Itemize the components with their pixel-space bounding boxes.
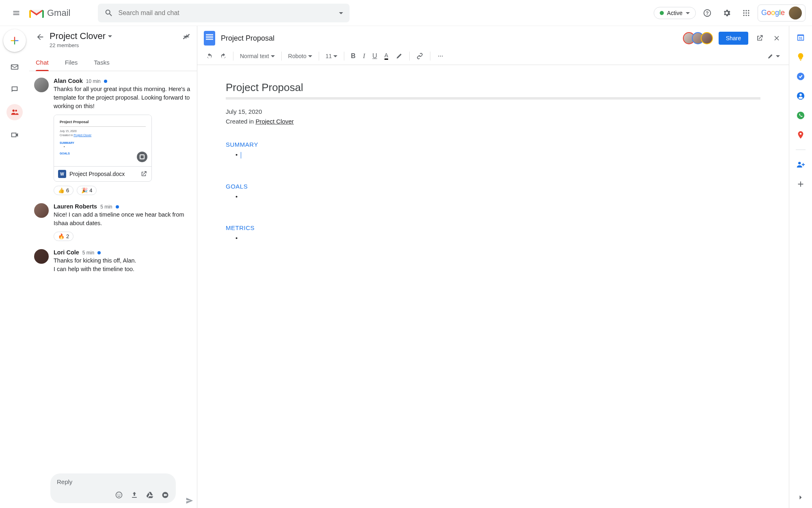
settings-button[interactable] bbox=[719, 5, 735, 21]
close-doc-button[interactable] bbox=[771, 33, 782, 44]
tab-tasks[interactable]: Tasks bbox=[94, 56, 109, 71]
collaborator-avatars[interactable] bbox=[683, 32, 713, 44]
open-in-new-button[interactable] bbox=[754, 33, 765, 44]
nav-chat[interactable] bbox=[6, 81, 23, 98]
voice-icon bbox=[796, 111, 805, 120]
back-button[interactable] bbox=[36, 31, 45, 41]
side-app-maps[interactable] bbox=[796, 130, 806, 140]
room-title-dropdown[interactable]: Project Clover bbox=[50, 31, 177, 41]
reply-box[interactable]: Reply bbox=[50, 473, 176, 503]
doc-title[interactable]: Project Proposal bbox=[221, 34, 677, 43]
search-bar[interactable] bbox=[98, 4, 350, 22]
side-app-contacts[interactable] bbox=[796, 91, 806, 101]
send-button[interactable] bbox=[182, 493, 197, 508]
underline-button[interactable]: U bbox=[370, 51, 380, 61]
doc-room-link[interactable]: Project Clover bbox=[255, 118, 294, 125]
support-button[interactable]: ? bbox=[699, 5, 715, 21]
chat-messages: Alan Cook 10 min Thanks for all your gre… bbox=[29, 71, 197, 473]
chevron-down-icon bbox=[333, 55, 337, 59]
google-docs-icon bbox=[204, 31, 215, 46]
doc-divider bbox=[226, 97, 760, 100]
mail-icon bbox=[10, 62, 19, 71]
status-label: Active bbox=[667, 10, 682, 16]
compose-button[interactable] bbox=[3, 29, 26, 52]
attachment-preview: Project Proposal July 15, 2020 Created i… bbox=[54, 115, 151, 166]
redo-button[interactable] bbox=[218, 51, 229, 61]
svg-point-31 bbox=[799, 94, 802, 96]
font-selector[interactable]: Roboto bbox=[286, 51, 315, 61]
message-avatar[interactable] bbox=[34, 249, 49, 264]
meet-icon[interactable] bbox=[161, 491, 169, 499]
account-box[interactable]: Google bbox=[758, 4, 806, 22]
person-add-icon bbox=[796, 160, 805, 169]
contacts-icon bbox=[796, 91, 805, 100]
attachment-card[interactable]: Project Proposal July 15, 2020 Created i… bbox=[54, 115, 152, 182]
italic-button[interactable]: I bbox=[361, 51, 367, 61]
unread-dot-icon bbox=[104, 80, 107, 83]
chat-header: Project Clover 22 members bbox=[29, 26, 197, 48]
message-author: Lori Cole bbox=[54, 249, 79, 256]
side-app-keep[interactable] bbox=[796, 52, 806, 62]
tab-chat[interactable]: Chat bbox=[36, 56, 49, 71]
font-size-selector[interactable]: 11 bbox=[323, 51, 340, 61]
undo-button[interactable] bbox=[204, 51, 215, 61]
link-icon bbox=[416, 52, 423, 60]
text-color-icon: A bbox=[384, 52, 388, 60]
more-horizontal-icon bbox=[437, 52, 444, 60]
open-external-icon[interactable] bbox=[140, 170, 147, 178]
paragraph-style-selector[interactable]: Normal text bbox=[238, 51, 277, 61]
search-input[interactable] bbox=[118, 9, 334, 17]
reaction[interactable]: 🎉 4 bbox=[77, 186, 97, 195]
reply-input[interactable]: Reply bbox=[57, 478, 169, 485]
arrow-left-icon bbox=[36, 33, 45, 41]
side-app-calendar[interactable]: 31 bbox=[796, 33, 806, 42]
doc-content[interactable]: Project Proposal July 15, 2020 Created i… bbox=[197, 65, 789, 508]
collapse-button[interactable] bbox=[182, 31, 190, 41]
profile-avatar[interactable] bbox=[789, 7, 802, 20]
gear-icon bbox=[722, 9, 731, 17]
message-avatar[interactable] bbox=[34, 203, 49, 218]
doc-bullet: • bbox=[235, 234, 760, 241]
reaction-count: 6 bbox=[66, 187, 69, 193]
more-toolbar-button[interactable] bbox=[434, 51, 447, 61]
side-app-add-people[interactable] bbox=[796, 160, 806, 169]
side-app-tasks[interactable] bbox=[796, 72, 806, 81]
app-name: Gmail bbox=[47, 8, 70, 18]
emoji-icon[interactable] bbox=[115, 491, 123, 499]
chevron-down-icon bbox=[686, 12, 690, 16]
text-cursor-icon bbox=[241, 152, 241, 158]
drive-icon[interactable] bbox=[146, 491, 154, 499]
editing-mode-button[interactable] bbox=[764, 51, 782, 61]
doc-toolbar: Normal text Roboto 11 B I U A bbox=[197, 49, 789, 65]
svg-rect-16 bbox=[14, 40, 15, 41]
reaction[interactable]: 👍 6 bbox=[54, 186, 73, 195]
nav-mail[interactable] bbox=[6, 59, 23, 75]
share-button[interactable]: Share bbox=[719, 32, 748, 45]
side-app-add-button[interactable] bbox=[796, 179, 806, 189]
room-title: Project Clover bbox=[50, 31, 106, 41]
search-options-caret-icon[interactable] bbox=[339, 12, 343, 16]
bold-icon: B bbox=[351, 52, 356, 60]
text-color-button[interactable]: A bbox=[382, 50, 391, 61]
upload-icon[interactable] bbox=[130, 491, 138, 499]
bold-button[interactable]: B bbox=[348, 51, 358, 61]
unread-dot-icon bbox=[97, 251, 101, 254]
main-menu-button[interactable] bbox=[6, 3, 26, 23]
nav-meet[interactable] bbox=[6, 127, 23, 143]
message-avatar[interactable] bbox=[34, 78, 49, 92]
collaborator-avatar[interactable] bbox=[701, 32, 713, 44]
people-icon bbox=[10, 108, 19, 117]
apps-button[interactable] bbox=[738, 5, 754, 21]
nav-rooms[interactable] bbox=[6, 104, 23, 120]
italic-icon: I bbox=[363, 52, 365, 60]
tab-files[interactable]: Files bbox=[65, 56, 78, 71]
highlight-button[interactable] bbox=[393, 51, 405, 61]
side-app-voice[interactable] bbox=[796, 111, 806, 120]
insert-link-button[interactable] bbox=[414, 51, 426, 61]
doc-date: July 15, 2020 bbox=[226, 107, 760, 117]
chat-message: Lauren Roberts 5 min Nice! I can add a t… bbox=[34, 203, 192, 241]
side-panel-toggle[interactable] bbox=[797, 493, 805, 501]
status-selector[interactable]: Active bbox=[654, 7, 696, 19]
gmail-logo[interactable]: Gmail bbox=[29, 7, 70, 19]
reaction[interactable]: 🔥 2 bbox=[54, 232, 73, 241]
